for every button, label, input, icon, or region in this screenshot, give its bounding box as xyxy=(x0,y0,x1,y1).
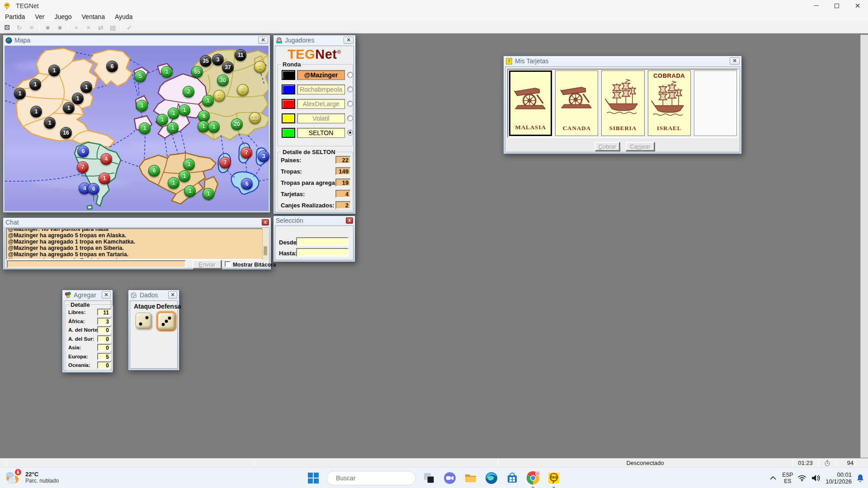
territory-badge[interactable]: 6 xyxy=(88,183,99,195)
notification-bell-icon[interactable] xyxy=(856,474,864,483)
edge-browser-icon[interactable] xyxy=(484,470,499,486)
territory-badge[interactable]: 1 xyxy=(179,170,190,182)
territory-badge[interactable]: 6 xyxy=(77,145,89,157)
menu-ventana[interactable]: Ventana xyxy=(77,12,110,22)
chrome-browser-icon[interactable] xyxy=(525,470,541,486)
chat-window-titlebar[interactable]: Chat x xyxy=(3,218,271,227)
add-window-titlebar[interactable]: Agregar ✕ xyxy=(62,290,113,300)
tray-chevron-icon[interactable] xyxy=(769,475,778,481)
details-button[interactable]: ≡ xyxy=(26,23,37,33)
territory-badge[interactable]: 2 xyxy=(183,86,194,98)
chat-input[interactable] xyxy=(7,260,186,268)
territory-badge[interactable]: 1 xyxy=(203,188,214,200)
territory-badge[interactable]: 20 xyxy=(231,118,243,130)
territory-badge[interactable]: 6 xyxy=(106,61,118,72)
canjear-button[interactable]: Canjear xyxy=(626,142,655,151)
chat-message-list[interactable]: @Mazinger: no van puntos para nada@Mazin… xyxy=(6,228,264,260)
territory-badge[interactable]: 30 xyxy=(217,75,229,86)
territory-badge[interactable]: 1 xyxy=(48,65,60,76)
territory-badge[interactable]: 1 xyxy=(168,177,179,189)
map-window-titlebar[interactable]: Mapa ✕ xyxy=(3,35,270,45)
territory-badge[interactable]: 7 xyxy=(77,161,89,173)
close-button[interactable]: ✕ xyxy=(847,0,868,11)
territory-badge[interactable]: 1 xyxy=(44,117,56,129)
selection-close-icon[interactable]: x xyxy=(346,217,353,224)
wifi-icon[interactable] xyxy=(797,474,807,482)
stop-button[interactable]: ■ xyxy=(42,23,53,33)
territory-badge[interactable]: 1 xyxy=(179,104,190,116)
player-turn-radio[interactable] xyxy=(347,115,353,121)
menu-juego[interactable]: Juego xyxy=(49,12,76,22)
card-malasia[interactable]: MALASIA xyxy=(509,70,552,136)
player-turn-radio[interactable] xyxy=(347,86,353,92)
territory-badge[interactable]: 1 xyxy=(167,122,179,134)
game-dice-button[interactable]: ⚄ xyxy=(1,23,13,33)
territory-badge[interactable]: 1 xyxy=(156,114,168,126)
territory-badge[interactable]: 3 xyxy=(212,54,224,66)
weather-widget[interactable]: 6 22°C Parc. nublado xyxy=(5,469,59,485)
to-field[interactable] xyxy=(296,248,349,257)
mdi-vertical-scrollbar[interactable] xyxy=(860,35,868,458)
territory-badge[interactable]: 1 xyxy=(63,102,75,114)
dice-close-icon[interactable]: ✕ xyxy=(168,291,177,299)
territory-badge[interactable]: 4 xyxy=(100,153,112,165)
territory-badge[interactable]: 3 xyxy=(258,150,269,162)
territory-badge[interactable]: 1 xyxy=(80,81,92,93)
add-troops-button[interactable]: + xyxy=(71,23,82,33)
show-log-checkbox[interactable] xyxy=(225,261,231,267)
territory-badge[interactable]: 1 xyxy=(161,66,173,78)
chat-close-icon[interactable]: x xyxy=(262,219,269,225)
chat-app-icon[interactable] xyxy=(442,470,458,486)
territory-badge[interactable]: 1 xyxy=(136,100,148,112)
players-window-titlebar[interactable]: Jugadores ✕ xyxy=(274,35,355,45)
territory-badge[interactable]: 1 xyxy=(254,61,266,73)
territory-badge[interactable]: 11 xyxy=(235,49,246,61)
territory-badge[interactable]: 7 xyxy=(219,157,231,169)
territory-badge[interactable]: 1 xyxy=(14,88,26,99)
territory-badge[interactable]: 1 xyxy=(72,93,84,104)
territory-badge[interactable]: 1 xyxy=(30,106,42,117)
territory-badge[interactable]: 1 xyxy=(202,95,214,107)
territory-badge[interactable]: 1 xyxy=(184,185,196,197)
language-indicator[interactable]: ESPES xyxy=(782,472,793,484)
territory-badge[interactable]: 13 xyxy=(249,112,261,124)
territory-badge[interactable]: 35 xyxy=(200,55,212,67)
card-israel[interactable]: COBRADA ISRAEL xyxy=(648,70,691,136)
add-close-icon[interactable]: ✕ xyxy=(102,291,111,299)
territory-badge[interactable]: 6 xyxy=(241,178,253,190)
cards-window-titlebar[interactable]: ? Mis Tarjetas ✕ xyxy=(504,56,741,66)
card-canada[interactable]: CANADA xyxy=(555,70,598,136)
ms-store-icon[interactable] xyxy=(505,470,520,486)
territory-badge[interactable]: 5 xyxy=(134,70,146,82)
territory-badge[interactable]: 1 xyxy=(213,90,225,102)
territory-badge[interactable]: 1 xyxy=(99,173,110,184)
cards-button[interactable]: ▤ xyxy=(107,23,118,33)
search-box[interactable] xyxy=(326,471,416,485)
map-close-icon[interactable]: ✕ xyxy=(258,37,268,44)
attack-button[interactable]: × xyxy=(83,23,94,33)
search-input[interactable] xyxy=(336,474,416,482)
territory-badge[interactable]: 1 xyxy=(183,159,195,170)
task-view-icon[interactable] xyxy=(421,470,437,486)
territory-badge[interactable]: 1 xyxy=(139,122,151,134)
territory-badge[interactable]: 6 xyxy=(148,165,160,177)
cards-close-icon[interactable]: ✕ xyxy=(730,57,740,65)
file-explorer-icon[interactable] xyxy=(463,470,478,486)
chat-scrollbar[interactable] xyxy=(262,228,268,260)
territory-badge[interactable]: 37 xyxy=(222,61,234,73)
tegnet-app-icon[interactable]: TEG xyxy=(546,470,561,486)
territory-badge[interactable]: 1 xyxy=(29,79,41,90)
cobrar-button[interactable]: Cobrar xyxy=(595,142,620,151)
end-turn-button[interactable]: ✓ xyxy=(123,23,135,33)
players-close-icon[interactable]: ✕ xyxy=(344,37,354,44)
clock[interactable]: 00:01 10/1/2026 xyxy=(826,471,852,485)
selection-window-titlebar[interactable]: Selección x xyxy=(274,216,355,225)
regroup-button[interactable]: ⇄ xyxy=(95,23,106,33)
territory-badge[interactable]: 1 xyxy=(168,108,179,119)
territory-badge[interactable]: 1 xyxy=(208,121,220,133)
player-turn-radio[interactable] xyxy=(347,101,353,107)
card-siberia[interactable]: SIBERIA xyxy=(601,70,644,136)
maximize-button[interactable] xyxy=(826,0,847,11)
menu-ver[interactable]: Ver xyxy=(30,12,49,22)
world-map[interactable]: 1111111161635311375121111116530161120161… xyxy=(5,46,268,211)
